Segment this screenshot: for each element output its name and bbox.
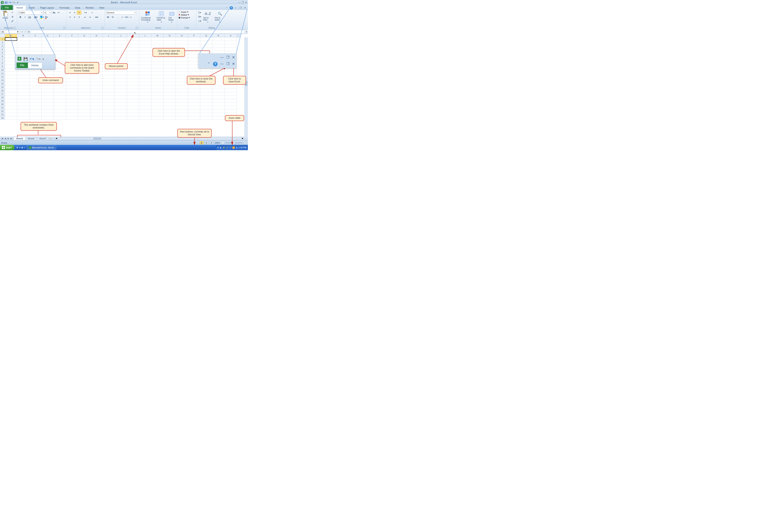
svg-line-31 [210, 67, 226, 76]
inset-help-icon[interactable]: ? [213, 62, 217, 66]
inset-wb-minimize-icon[interactable]: — [220, 62, 224, 66]
inset-tab-file[interactable]: File [17, 63, 28, 68]
callout-undo: Undo command [38, 77, 63, 83]
svg-text:X: X [18, 57, 20, 60]
svg-line-30 [117, 35, 133, 63]
svg-line-28 [54, 59, 65, 66]
mouse-pointer-icon: ↖ [134, 31, 136, 35]
svg-line-37 [1, 4, 16, 55]
svg-line-38 [29, 4, 55, 55]
inset-wb-close-icon[interactable]: ✕ [232, 62, 235, 66]
callout-mouse: Mouse pointer [105, 63, 128, 69]
inset-app-restore-icon[interactable]: ❐ [226, 55, 229, 59]
inset-undo-icon[interactable]: ↶▾ [30, 57, 34, 61]
callout-help: Click here to open the Excel Help window… [152, 48, 185, 57]
inset-ribbon-min-icon[interactable]: ⌃ [207, 62, 210, 66]
inset-wb-restore-icon[interactable]: ❐ [226, 62, 229, 66]
callout-zoom: Zoom slider [225, 115, 244, 121]
inset-app-close-icon[interactable]: ✕ [232, 55, 235, 59]
callout-close-wb: Click here to close this workbook. [187, 76, 215, 85]
callout-views: View buttons; currently set to Normal Vi… [177, 129, 212, 138]
inset-save-icon[interactable]: 💾 [23, 57, 28, 61]
inset-customize-icon[interactable]: ▾ [43, 58, 44, 61]
callout-qat: Click here to add more commands to the Q… [65, 62, 99, 74]
svg-line-40 [236, 10, 247, 54]
inset-app-minimize-icon[interactable]: — [220, 55, 224, 59]
inset-excel-icon: X [17, 57, 22, 61]
callout-close-excel: Click here to close Excel. [223, 76, 246, 85]
inset-tab-home[interactable]: Home [28, 63, 42, 68]
svg-line-39 [199, 10, 229, 54]
callout-sheets: This workbook contains three worksheets. [21, 122, 57, 131]
inset-redo-icon[interactable]: ↷▾ [36, 57, 41, 61]
